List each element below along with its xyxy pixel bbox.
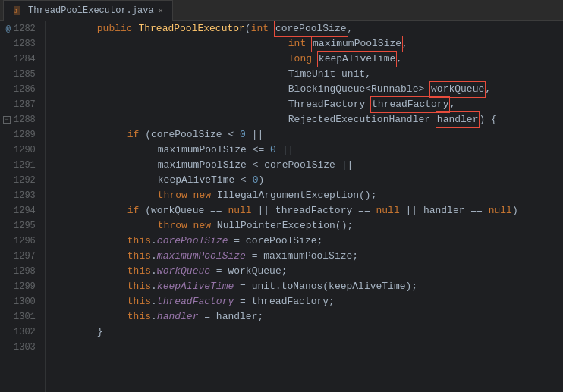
close-icon[interactable]: ✕ bbox=[159, 6, 163, 15]
code-line-1282: public ThreadPoolExecutor(int corePoolSi… bbox=[52, 21, 563, 36]
code-line-1287: ThreadFactory threadFactory, bbox=[52, 97, 563, 112]
code-line-1293: throw new IllegalArgumentException(); bbox=[52, 188, 563, 203]
line-num-1297: 1297 bbox=[3, 249, 39, 264]
line-num-1296: 1296 bbox=[3, 234, 39, 249]
line-num-1285: 1285 bbox=[3, 67, 39, 82]
code-line-1290: maximumPoolSize <= 0 || bbox=[52, 143, 563, 158]
line-num-1302: 1302 bbox=[3, 325, 39, 340]
code-line-1294: if (workQueue == null || threadFactory =… bbox=[52, 203, 563, 218]
line-num-1293: 1293 bbox=[3, 188, 39, 203]
tab-bar: J ThreadPoolExecutor.java ✕ bbox=[0, 0, 563, 21]
line-num-1299: 1299 bbox=[3, 279, 39, 294]
code-line-1298: this.workQueue = workQueue; bbox=[52, 264, 563, 279]
code-line-1288: RejectedExecutionHandler handler) { bbox=[52, 112, 563, 127]
line-num-1294: 1294 bbox=[3, 203, 39, 218]
editor-container: @ 1282 1283 1284 1285 1286 1287 − 1288 1… bbox=[0, 21, 563, 392]
line-num-1282: @ 1282 bbox=[3, 21, 39, 36]
param-threadFactory: threadFactory bbox=[370, 96, 450, 113]
line-num-1290: 1290 bbox=[3, 143, 39, 158]
code-area[interactable]: public ThreadPoolExecutor(int corePoolSi… bbox=[46, 21, 563, 392]
code-line-1283: int maximumPoolSize, bbox=[52, 36, 563, 52]
code-line-1297: this.maximumPoolSize = maximumPoolSize; bbox=[52, 249, 563, 264]
line-num-1284: 1284 bbox=[3, 52, 39, 67]
param-corePoolSize: corePoolSize bbox=[274, 21, 348, 37]
param-handler: handler bbox=[436, 111, 480, 128]
line-num-1289: 1289 bbox=[3, 127, 39, 143]
param-workQueue: workQueue bbox=[429, 81, 486, 98]
param-maximumPoolSize: maximumPoolSize bbox=[311, 36, 403, 52]
line-num-1291: 1291 bbox=[3, 158, 39, 173]
code-line-1295: throw new NullPointerException(); bbox=[52, 218, 563, 234]
code-line-1296: this.corePoolSize = corePoolSize; bbox=[52, 234, 563, 249]
code-line-1301: this.handler = handler; bbox=[52, 309, 563, 325]
code-line-1292: keepAliveTime < 0) bbox=[52, 173, 563, 188]
code-line-1285: TimeUnit unit, bbox=[52, 67, 563, 82]
code-line-1302: } bbox=[52, 325, 563, 340]
code-line-1291: maximumPoolSize < corePoolSize || bbox=[52, 158, 563, 173]
code-line-1289: if (corePoolSize < 0 || bbox=[52, 127, 563, 143]
code-line-1300: this.threadFactory = threadFactory; bbox=[52, 294, 563, 309]
file-tab[interactable]: J ThreadPoolExecutor.java ✕ bbox=[3, 0, 173, 21]
line-num-1292: 1292 bbox=[3, 173, 39, 188]
line-num-1283: 1283 bbox=[3, 36, 39, 52]
code-line-1284: long keepAliveTime, bbox=[52, 52, 563, 67]
code-line-1286: BlockingQueue<Runnable> workQueue, bbox=[52, 82, 563, 97]
line-num-1295: 1295 bbox=[3, 218, 39, 234]
line-num-1303: 1303 bbox=[3, 340, 39, 355]
line-num-1288: − 1288 bbox=[3, 112, 39, 127]
line-num-1301: 1301 bbox=[3, 309, 39, 325]
code-line-1299: this.keepAliveTime = unit.toNanos(keepAl… bbox=[52, 279, 563, 294]
svg-text:J: J bbox=[14, 8, 17, 14]
line-num-1286: 1286 bbox=[3, 82, 39, 97]
param-keepAliveTime: keepAliveTime bbox=[317, 51, 397, 67]
tab-filename: ThreadPoolExecutor.java bbox=[28, 5, 154, 16]
line-num-1298: 1298 bbox=[3, 264, 39, 279]
line-num-1287: 1287 bbox=[3, 97, 39, 112]
line-num-1300: 1300 bbox=[3, 294, 39, 309]
line-numbers: @ 1282 1283 1284 1285 1286 1287 − 1288 1… bbox=[0, 21, 46, 392]
